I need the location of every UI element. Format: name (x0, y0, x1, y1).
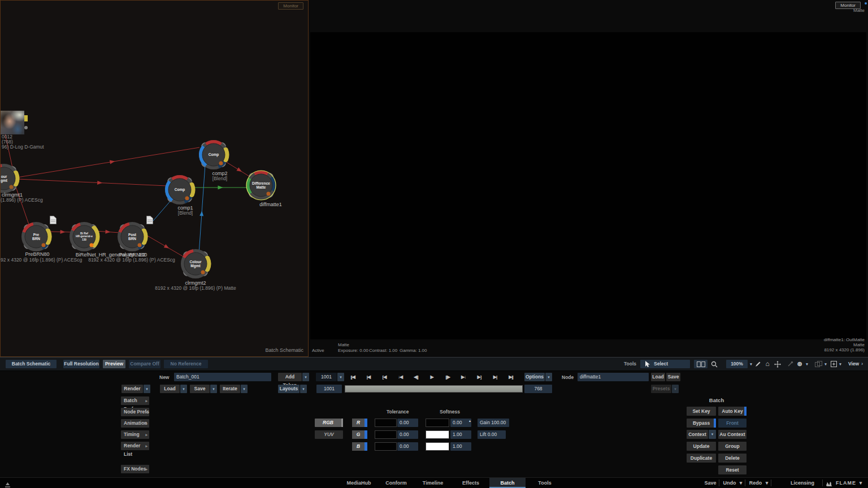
tracker-target-button[interactable]: ⊕ (796, 360, 804, 368)
batch-button-bypass[interactable]: Bypass (687, 419, 716, 428)
preview-button[interactable]: Preview (103, 360, 125, 368)
batch-context-caret[interactable]: ▾ (709, 430, 716, 439)
add-token-caret[interactable]: ▾ (302, 373, 309, 381)
colour-picker-button[interactable] (785, 360, 795, 368)
add-view-button[interactable] (830, 360, 837, 368)
transport-play-forward[interactable]: ||▶ (441, 373, 454, 381)
transport-previous-keyframe[interactable]: |◀ (362, 373, 375, 381)
matte-viewport[interactable] (310, 32, 866, 339)
options-button[interactable]: Options (524, 373, 545, 381)
yuv-mode-button[interactable]: YUV (315, 430, 343, 439)
setup-load-caret[interactable]: ▾ (180, 385, 187, 393)
node-note-icon[interactable] (146, 216, 153, 224)
select-tool-button[interactable]: Select (640, 360, 690, 368)
setup-save-button[interactable]: Save (190, 385, 210, 393)
batch-button-group[interactable]: Group (718, 442, 747, 451)
add-view-caret[interactable]: ▾ (837, 360, 843, 368)
current-frame-field[interactable]: 1001 (316, 373, 337, 381)
render-button[interactable]: Render (121, 385, 143, 393)
batch-button-duplicate[interactable]: Duplicate (687, 454, 716, 463)
current-frame-caret[interactable]: ▾ (337, 373, 344, 381)
transport-clip-start[interactable]: [◀ (377, 373, 391, 381)
reference-button[interactable]: No Reference (164, 360, 208, 368)
batch-name-input[interactable]: Batch_001 (174, 373, 271, 381)
compare-button[interactable]: Compare Off (129, 360, 160, 368)
add-token-button[interactable]: Add Token (278, 373, 302, 381)
side-button-node-prefs[interactable]: Node Prefs▸ (121, 408, 149, 416)
schematic-node-clrmgmt1[interactable]: ourgmt (0, 163, 20, 194)
view-mode-button[interactable]: Batch Schematic (6, 360, 57, 368)
node-name-input[interactable]: diffmatte1 (578, 373, 649, 381)
workspace-tab-batch[interactable]: Batch (489, 478, 526, 488)
range-start-field[interactable]: 1001 (316, 385, 342, 393)
batch-button-context[interactable]: Context (687, 430, 708, 439)
node-save-button[interactable]: Save (666, 373, 680, 381)
tolerance-color-swatch[interactable] (375, 442, 397, 451)
transport-go-to-end[interactable]: ▶|| (504, 373, 518, 381)
workspace-tab-mediahub[interactable]: MediaHub (342, 478, 376, 488)
schematic-node-comp2[interactable]: Comp (198, 139, 229, 171)
zoom-search-button[interactable] (708, 360, 721, 368)
undo-button[interactable]: Undo (721, 478, 738, 488)
side-button-fx-nodes[interactable]: FX Nodes▸ (121, 465, 149, 473)
workspace-tab-effects[interactable]: Effects (454, 478, 488, 488)
layouts-caret[interactable]: ▾ (300, 385, 307, 393)
side-button-batch-prefs[interactable]: Batch Prefs▸ (121, 396, 149, 405)
batch-button-update[interactable]: Update (687, 442, 716, 451)
schematic-node-BiRefNet[interactable]: Bi RefHR-general-e130 (68, 221, 100, 252)
batch-button-reset[interactable]: Reset (718, 465, 747, 474)
options-caret[interactable]: ▾ (545, 373, 552, 381)
presets-caret[interactable]: ▾ (672, 385, 679, 393)
schematic-node-clrmgmt2[interactable]: ColourMgmt (180, 248, 211, 280)
presets-button[interactable]: Presets (651, 385, 671, 393)
transport-jump-back[interactable]: ↓◀ (393, 373, 407, 381)
annotate-button[interactable] (753, 360, 762, 368)
softness-color-swatch[interactable] (426, 430, 449, 439)
source-clip-thumbnail[interactable] (1, 111, 24, 134)
rgb-mode-button[interactable]: RGB (315, 419, 341, 427)
transport-clip-end[interactable]: ▶] (472, 373, 486, 381)
channel-button-r[interactable]: R (352, 419, 364, 427)
timeline-range-bar[interactable] (345, 385, 523, 393)
softness-value-field[interactable]: 0.00 (450, 419, 471, 427)
softness-value-field[interactable]: 1.00 (450, 430, 471, 439)
view-menu-button[interactable]: View › (845, 360, 866, 368)
channel-button-b[interactable]: B (352, 442, 364, 451)
side-button-render-list[interactable]: Render List▸ (121, 442, 149, 450)
batch-button-delete[interactable]: Delete (718, 454, 747, 463)
channel-button-g[interactable]: G (352, 430, 364, 439)
lift-field[interactable]: Lift 0.00 (478, 430, 506, 439)
transport-go-to-start[interactable]: ||◀ (346, 373, 359, 381)
home-view-button[interactable]: ⌂ (763, 360, 772, 368)
workspace-tab-tools[interactable]: Tools (528, 478, 562, 488)
tolerance-value-field[interactable]: 0.00 (397, 419, 418, 427)
overlay-mode-caret[interactable]: ▾ (823, 360, 828, 368)
setup-load-button[interactable]: Load (160, 385, 180, 393)
split-view-button[interactable] (694, 360, 708, 368)
tolerance-value-field[interactable]: 0.00 (397, 442, 418, 451)
schematic-node-PostBRN82[interactable]: PostBRN (116, 221, 148, 252)
keyboard-icon[interactable] (861, 484, 867, 488)
transport-step-back[interactable]: ◀|| (409, 373, 423, 381)
layouts-button[interactable]: Layouts (278, 385, 300, 393)
new-batch-button[interactable]: New (159, 374, 169, 380)
gain-field[interactable]: Gain 100.00 (478, 419, 509, 427)
softness-color-swatch[interactable] (426, 419, 449, 427)
node-note-icon[interactable] (50, 216, 57, 224)
node-load-button[interactable]: Load (651, 373, 665, 381)
side-button-timing[interactable]: Timing▸ (121, 430, 149, 439)
transport-next-marker[interactable]: ▶↓ (457, 373, 470, 381)
schematic-monitor-button[interactable]: Monitor (278, 2, 303, 10)
redo-button[interactable]: Redo (747, 478, 764, 488)
licensing-button[interactable]: Licensing (785, 478, 819, 488)
workspace-tab-timeline[interactable]: Timeline (416, 478, 450, 488)
schematic-node-comp1[interactable]: Comp (164, 174, 196, 206)
tolerance-value-field[interactable]: 0.00 (397, 430, 418, 439)
iterate-button[interactable]: Iterate (220, 385, 240, 393)
batch-button-front[interactable]: Front (718, 419, 747, 428)
redo-caret[interactable]: ▾ (764, 478, 770, 488)
range-end-field[interactable]: 768 (524, 385, 552, 393)
batch-button-set-key[interactable]: Set Key (687, 407, 716, 416)
render-caret[interactable]: ▾ (144, 385, 150, 393)
batch-button-au-context[interactable]: Au Context (718, 430, 747, 439)
